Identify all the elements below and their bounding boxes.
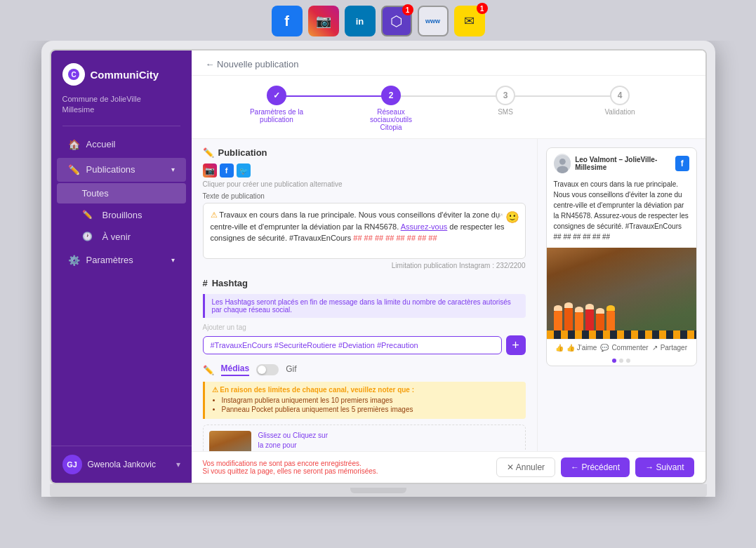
sidebar: C CommuniCity Commune de JolieVille Mill… <box>51 51 192 483</box>
media-thumbnail <box>209 431 251 451</box>
jaime-button[interactable]: 👍 👍 J'aime <box>555 344 597 352</box>
step-2-circle: 2 <box>381 86 401 105</box>
step-1-circle: ✓ <box>267 86 286 105</box>
facebook-icon: f <box>220 163 234 178</box>
media-tab[interactable]: Médias <box>221 363 250 376</box>
media-section: ✏️ Médias Gif ⚠ En raison des limites de… <box>203 363 526 451</box>
laptop-notch <box>350 488 406 493</box>
preview-card-header: Leo Valmont – JolieVille-Millesime f <box>547 148 696 179</box>
expand-icon[interactable]: ⤢ <box>496 209 504 224</box>
step-3-circle: 3 <box>496 86 515 105</box>
step-3[interactable]: 3 SMS <box>449 86 563 116</box>
unsaved-message: Vos modifications ne sont pas encore enr… <box>203 460 378 475</box>
warning-icon: ⚠ <box>212 386 220 394</box>
svg-text:C: C <box>71 71 76 79</box>
preview-image <box>547 248 696 339</box>
hashtag-symbol: # <box>203 278 208 288</box>
main-header: ← Nouvelle publication <box>192 51 705 76</box>
twitter-icon: 🐦 <box>237 163 251 178</box>
hashtag-section: # Hashtag Les Hashtags seront placés en … <box>203 278 526 355</box>
next-button[interactable]: → Suivant <box>635 457 694 477</box>
publications-chevron: ▾ <box>171 166 175 173</box>
comment-icon: 💬 <box>600 344 609 352</box>
logo-text: CommuniCity <box>91 69 159 81</box>
settings-icon: ⚙️ <box>68 255 79 266</box>
bottom-bar: Vos modifications ne sont pas encore enr… <box>192 451 705 483</box>
hashtag-info: Les Hashtags seront placés en fin de mes… <box>203 294 526 318</box>
main-content: ← Nouvelle publication ✓ Paramètres de l… <box>192 51 705 483</box>
cancel-button[interactable]: ✕ Annuler <box>496 457 555 477</box>
text-label: Texte de publication <box>203 192 526 200</box>
dot-3 <box>626 359 630 363</box>
laptop-frame: C CommuniCity Commune de JolieVille Mill… <box>41 41 715 497</box>
instagram-icon: 📷 <box>203 163 217 178</box>
media-upload-text: Glissez ou Cliquez surla zone pour sélec… <box>258 431 519 451</box>
preview-user-name: Leo Valmont – JolieVille-Millesime <box>575 156 675 171</box>
user-avatar: GJ <box>62 455 82 474</box>
step-2-label: Réseaux sociaux/outils Citopia <box>359 108 423 131</box>
gif-tab[interactable]: Gif <box>286 364 296 375</box>
media-warning-item-2: Panneau Pocket publiera uniquement les 5… <box>222 406 519 413</box>
sidebar-item-brouillons[interactable]: ✏️ Brouillons <box>57 205 186 225</box>
sidebar-item-parametres[interactable]: ⚙️ Paramètres ▾ <box>57 248 186 272</box>
svg-point-3 <box>559 159 565 165</box>
publication-section-title: ✏️ Publication <box>203 147 526 158</box>
content-body: ✏️ Publication 📷 f 🐦 Cliquer pour créer … <box>192 139 705 451</box>
preview-pagination-dots <box>547 356 696 366</box>
logo-icon: C <box>62 63 85 86</box>
sidebar-item-publications[interactable]: ✏️ Publications ▾ <box>57 158 186 182</box>
hashtag-input[interactable] <box>203 336 502 354</box>
step-2[interactable]: 2 Réseaux sociaux/outils Citopia <box>334 86 449 131</box>
pocket-badge: 1 <box>402 4 413 15</box>
sidebar-logo: C CommuniCity <box>51 51 192 93</box>
publication-section: ✏️ Publication 📷 f 🐦 Cliquer pour créer … <box>203 147 526 269</box>
media-upload-area[interactable]: Glissez ou Cliquez surla zone pour sélec… <box>203 425 526 451</box>
user-chevron-icon: ▾ <box>176 460 180 469</box>
commenter-label: Commenter <box>611 344 648 352</box>
sidebar-footer: GJ Gwenola Jankovic ▾ <box>51 446 192 483</box>
preview-card: Leo Valmont – JolieVille-Millesime f Tra… <box>546 147 697 366</box>
thumbsup-icon: 👍 <box>555 344 564 352</box>
home-icon: 🏠 <box>68 139 79 150</box>
publication-icon: ✏️ <box>203 147 214 158</box>
linkedin-taskbar-icon[interactable]: in <box>345 6 376 36</box>
step-4[interactable]: 4 Validation <box>563 86 677 116</box>
content-left: ✏️ Publication 📷 f 🐦 Cliquer pour créer … <box>192 139 537 451</box>
hashtag-input-row: + <box>203 335 526 355</box>
step-1[interactable]: ✓ Paramètres de la publication <box>220 86 334 123</box>
publication-text-area[interactable]: ⚠ Travaux en cours dans la rue principal… <box>203 203 526 259</box>
sidebar-item-toutes[interactable]: Toutes <box>57 183 186 203</box>
progress-steps: ✓ Paramètres de la publication 2 Réseaux… <box>192 76 705 139</box>
sidebar-item-avenir[interactable]: 🕐 À venir <box>57 227 186 247</box>
mail-taskbar-icon[interactable]: ✉ 1 <box>454 6 485 36</box>
media-icon: ✏️ <box>203 365 214 375</box>
prev-button[interactable]: ← Précédent <box>561 457 630 477</box>
browser-taskbar-icon[interactable]: www <box>418 6 449 36</box>
user-name-label: Gwenola Jankovic <box>88 460 171 469</box>
instagram-taskbar-icon[interactable]: 📷 <box>308 6 339 36</box>
toggle-knob <box>258 366 266 374</box>
facebook-taskbar-icon[interactable]: f <box>272 6 303 36</box>
upload-click-text[interactable]: Glissez ou Cliquez surla zone pour <box>258 432 328 449</box>
back-button[interactable]: ← Nouvelle publication <box>206 59 299 69</box>
dot-1 <box>612 359 616 363</box>
edit-icon: ✏️ <box>68 164 79 175</box>
char-limit: Limitation publication Instagram : 232/2… <box>203 262 526 269</box>
share-icon: ↗ <box>652 344 658 352</box>
parametres-chevron: ▾ <box>171 256 175 264</box>
emoji-button[interactable]: 🙂 <box>505 209 519 226</box>
content-right: Leo Valmont – JolieVille-Millesime f Tra… <box>537 139 705 451</box>
hashtag-add-placeholder: Ajouter un tag <box>203 323 526 331</box>
preview-avatar <box>554 154 571 173</box>
click-alt-text[interactable]: Cliquer pour créer une publication alter… <box>203 180 526 188</box>
warning-symbol: ⚠ <box>211 210 220 219</box>
hashtag-add-button[interactable]: + <box>506 335 526 355</box>
preview-text: Travaux en cours dans la rue principale.… <box>547 179 696 248</box>
step-4-label: Validation <box>604 108 635 116</box>
commenter-button[interactable]: 💬 Commenter <box>600 344 648 352</box>
pocket-taskbar-icon[interactable]: ⬡ 1 <box>381 6 412 36</box>
partager-button[interactable]: ↗ Partager <box>652 344 687 352</box>
gif-toggle[interactable] <box>256 364 279 375</box>
sidebar-item-accueil[interactable]: 🏠 Accueil <box>57 133 186 156</box>
social-icons-row: 📷 f 🐦 <box>203 163 526 178</box>
